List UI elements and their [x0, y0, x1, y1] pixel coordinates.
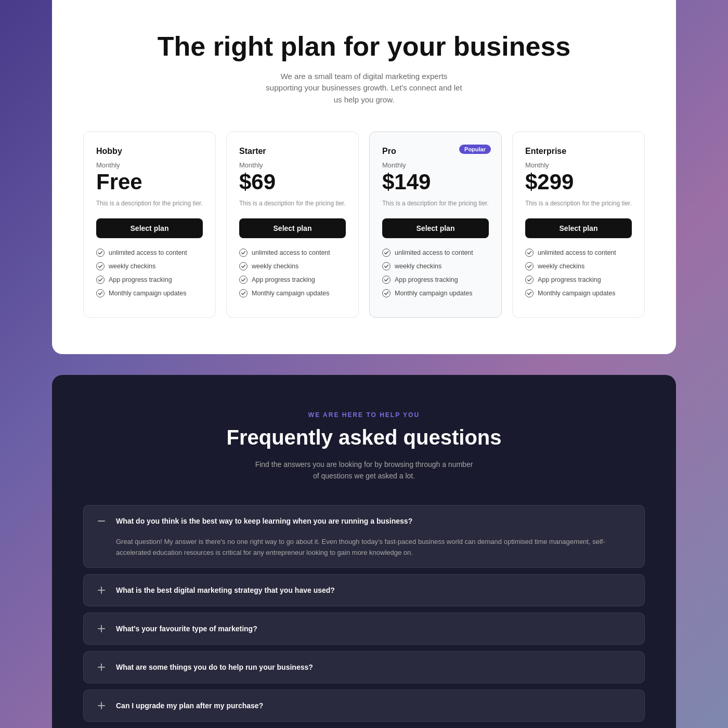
check-icon	[239, 276, 248, 284]
plan-price: $69	[239, 171, 346, 193]
features-list: unlimited access to content weekly check…	[96, 249, 203, 297]
feature-item: App progress tracking	[525, 276, 632, 284]
pricing-section: The right plan for your business We are …	[52, 0, 676, 354]
popular-badge: Popular	[459, 145, 491, 154]
plan-price: $299	[525, 171, 632, 193]
feature-item: weekly checkins	[525, 262, 632, 270]
plan-description: This is a description for the pricing ti…	[239, 199, 346, 208]
feature-item: Monthly campaign updates	[525, 289, 632, 297]
plan-name: Hobby	[96, 147, 203, 156]
plus-icon	[95, 584, 108, 596]
feature-item: weekly checkins	[239, 262, 346, 270]
faq-question-row[interactable]: What's your favourite type of marketing?	[84, 613, 644, 644]
plan-name: Starter	[239, 147, 346, 156]
svg-point-10	[383, 276, 391, 284]
feature-item: Monthly campaign updates	[96, 289, 203, 297]
check-icon	[96, 289, 105, 297]
plus-icon	[95, 699, 108, 712]
faq-item-5: Can I upgrade my plan after my purchase?	[83, 690, 645, 722]
check-icon	[96, 249, 105, 257]
faq-item-1: What do you think is the best way to kee…	[83, 505, 645, 568]
billing-period: Monthly	[525, 161, 632, 169]
faq-question-row[interactable]: What are some things you do to help run …	[84, 652, 644, 683]
feature-item: unlimited access to content	[96, 249, 203, 257]
billing-period: Monthly	[96, 161, 203, 169]
faq-answer: Great question! My answer is there's no …	[84, 537, 644, 568]
plan-price: $149	[382, 171, 489, 193]
faq-question-text: Can I upgrade my plan after my purchase?	[116, 701, 263, 710]
check-icon	[239, 289, 248, 297]
svg-point-15	[526, 290, 534, 297]
svg-point-4	[240, 249, 248, 257]
check-icon	[96, 262, 105, 270]
faq-item-3: What's your favourite type of marketing?	[83, 613, 645, 645]
plan-description: This is a description for the pricing ti…	[96, 199, 203, 208]
faq-question-text: What do you think is the best way to kee…	[116, 517, 412, 525]
minus-icon	[95, 515, 108, 527]
feature-item: unlimited access to content	[239, 249, 346, 257]
faq-question-row[interactable]: What do you think is the best way to kee…	[84, 505, 644, 537]
plus-icon	[95, 622, 108, 635]
svg-point-11	[383, 290, 391, 297]
faq-list: What do you think is the best way to kee…	[83, 505, 645, 728]
feature-item: App progress tracking	[96, 276, 203, 284]
svg-point-2	[97, 276, 105, 284]
faq-question-text: What's your favourite type of marketing?	[116, 625, 257, 633]
features-list: unlimited access to content weekly check…	[525, 249, 632, 297]
feature-item: App progress tracking	[239, 276, 346, 284]
svg-point-7	[240, 290, 248, 297]
svg-point-13	[526, 263, 534, 270]
svg-point-14	[526, 276, 534, 284]
check-icon	[525, 262, 534, 270]
feature-item: unlimited access to content	[382, 249, 489, 257]
select-plan-button-starter[interactable]: Select plan	[239, 218, 346, 238]
faq-section: WE ARE HERE TO HELP YOU Frequently asked…	[52, 375, 676, 728]
faq-subtitle: Find the answers you are looking for by …	[255, 459, 473, 482]
features-list: unlimited access to content weekly check…	[239, 249, 346, 297]
feature-item: Monthly campaign updates	[239, 289, 346, 297]
features-list: unlimited access to content weekly check…	[382, 249, 489, 297]
check-icon	[96, 276, 105, 284]
pricing-card-starter: Starter Monthly $69 This is a descriptio…	[226, 132, 359, 318]
feature-item: weekly checkins	[382, 262, 489, 270]
select-plan-button-pro[interactable]: Select plan	[382, 218, 489, 238]
faq-item-2: What is the best digital marketing strat…	[83, 574, 645, 606]
svg-point-8	[383, 249, 391, 257]
page-title: The right plan for your business	[83, 31, 645, 62]
plan-name: Enterprise	[525, 147, 632, 156]
plan-description: This is a description for the pricing ti…	[382, 199, 489, 208]
faq-question-text: What are some things you do to help run …	[116, 663, 313, 671]
billing-period: Monthly	[382, 161, 489, 169]
feature-item: unlimited access to content	[525, 249, 632, 257]
check-icon	[382, 262, 391, 270]
check-icon	[382, 276, 391, 284]
select-plan-button-enterprise[interactable]: Select plan	[525, 218, 632, 238]
feature-item: App progress tracking	[382, 276, 489, 284]
page-subtitle: We are a small team of digital marketing…	[265, 71, 463, 106]
faq-item-4: What are some things you do to help run …	[83, 651, 645, 683]
page-header: The right plan for your business We are …	[83, 31, 645, 106]
faq-question-row[interactable]: Can I upgrade my plan after my purchase?	[84, 690, 644, 721]
check-icon	[525, 276, 534, 284]
svg-point-5	[240, 263, 248, 270]
svg-point-6	[240, 276, 248, 284]
svg-point-9	[383, 263, 391, 270]
feature-item: Monthly campaign updates	[382, 289, 489, 297]
feature-item: weekly checkins	[96, 262, 203, 270]
svg-point-12	[526, 249, 534, 257]
plan-price: Free	[96, 171, 203, 193]
faq-question-row[interactable]: What is the best digital marketing strat…	[84, 575, 644, 606]
svg-point-1	[97, 263, 105, 270]
pricing-card-hobby: Hobby Monthly Free This is a description…	[83, 132, 216, 318]
plus-icon	[95, 661, 108, 673]
select-plan-button-hobby[interactable]: Select plan	[96, 218, 203, 238]
faq-question-text: What is the best digital marketing strat…	[116, 586, 335, 594]
check-icon	[525, 249, 534, 257]
check-icon	[525, 289, 534, 297]
billing-period: Monthly	[239, 161, 346, 169]
pricing-card-pro: Pro Popular Monthly $149 This is a descr…	[369, 132, 502, 318]
plan-description: This is a description for the pricing ti…	[525, 199, 632, 208]
check-icon	[239, 249, 248, 257]
check-icon	[382, 289, 391, 297]
pricing-card-enterprise: Enterprise Monthly $299 This is a descri…	[512, 132, 645, 318]
